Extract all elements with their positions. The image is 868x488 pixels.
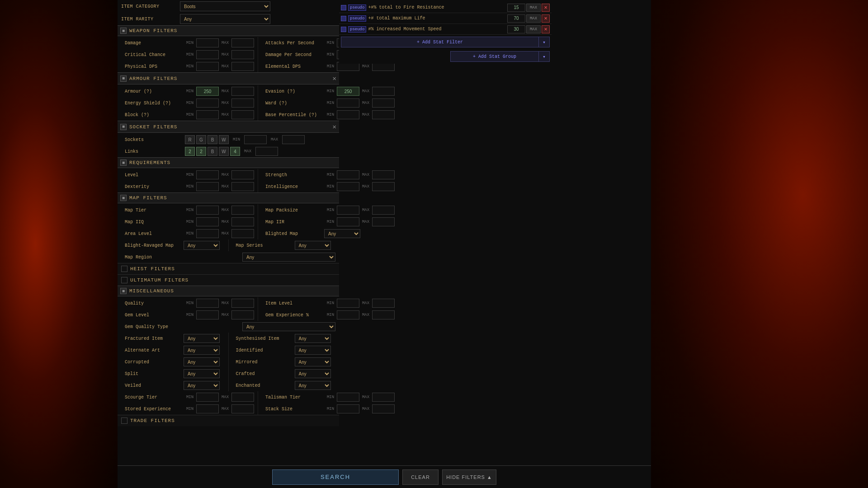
- enchanted-select[interactable]: Any: [295, 381, 331, 390]
- socket-filters-toggle[interactable]: ■: [120, 124, 127, 130]
- map-filters-toggle[interactable]: ■: [120, 195, 127, 201]
- damage-min[interactable]: [196, 38, 219, 47]
- iiq-min[interactable]: [196, 217, 219, 226]
- weapon-filters-toggle[interactable]: ■: [120, 28, 127, 34]
- gem-exp-max[interactable]: [372, 310, 395, 319]
- stat-max-btn-2[interactable]: MAX: [526, 14, 541, 23]
- gem-level-max[interactable]: [231, 310, 254, 319]
- phys-dps-max[interactable]: [231, 62, 254, 71]
- gem-quality-type-select[interactable]: Any: [242, 322, 335, 331]
- talisman-min[interactable]: [337, 393, 359, 402]
- add-group-dropdown-btn[interactable]: ▾: [539, 51, 550, 62]
- stat-max-btn-1[interactable]: MAX: [526, 4, 541, 12]
- search-button[interactable]: Search: [272, 469, 399, 485]
- int-min[interactable]: [337, 182, 359, 191]
- quality-max[interactable]: [231, 299, 254, 308]
- ultimatum-checkbox[interactable]: [121, 277, 127, 283]
- stat-val-3[interactable]: [507, 25, 525, 33]
- talisman-max[interactable]: [372, 393, 395, 402]
- scourge-min[interactable]: [196, 393, 219, 402]
- requirements-toggle[interactable]: ■: [120, 160, 127, 166]
- links-max[interactable]: [255, 147, 278, 156]
- trade-checkbox[interactable]: [121, 418, 127, 424]
- stored-exp-min[interactable]: [196, 404, 219, 413]
- dex-min[interactable]: [196, 182, 219, 191]
- strength-max[interactable]: [372, 170, 395, 179]
- link-4-btn[interactable]: 4: [230, 147, 240, 156]
- int-max[interactable]: [372, 182, 395, 191]
- phys-dps-min[interactable]: [196, 62, 219, 71]
- stat-close-btn-3[interactable]: ✕: [542, 25, 550, 33]
- stat-max-btn-3[interactable]: MAX: [526, 25, 541, 33]
- socket-close-btn[interactable]: ✕: [333, 123, 336, 131]
- stat-checkbox-3[interactable]: [341, 27, 346, 32]
- veiled-select[interactable]: Any: [184, 381, 220, 390]
- iir-min[interactable]: [337, 217, 359, 226]
- link-2a-btn[interactable]: 2: [185, 147, 195, 156]
- ward-max[interactable]: [372, 99, 395, 108]
- stat-val-1[interactable]: [507, 4, 525, 12]
- link-w-btn[interactable]: W: [219, 147, 229, 156]
- corrupted-select[interactable]: Any: [184, 357, 220, 366]
- map-series-select[interactable]: Any: [295, 241, 331, 250]
- strength-min[interactable]: [337, 170, 359, 179]
- misc-filters-toggle[interactable]: ■: [120, 288, 127, 294]
- stat-checkbox-1[interactable]: [341, 5, 346, 10]
- blighted-select[interactable]: Any: [324, 229, 360, 238]
- socket-w-btn[interactable]: W: [219, 135, 229, 144]
- block-max[interactable]: [231, 110, 254, 119]
- stack-size-max[interactable]: [372, 404, 395, 413]
- crit-max[interactable]: [231, 50, 254, 59]
- map-tier-min[interactable]: [196, 206, 219, 215]
- dex-max[interactable]: [231, 182, 254, 191]
- sockets-max[interactable]: [282, 135, 305, 144]
- damage-max[interactable]: [231, 38, 254, 47]
- crafted-select[interactable]: Any: [295, 369, 331, 378]
- gem-exp-min[interactable]: [337, 310, 359, 319]
- item-rarity-select[interactable]: Any: [180, 14, 270, 24]
- block-min[interactable]: [196, 110, 219, 119]
- socket-r-btn[interactable]: R: [185, 135, 195, 144]
- base-pct-min[interactable]: [337, 110, 359, 119]
- ilvl-min[interactable]: [337, 299, 359, 308]
- map-tier-max[interactable]: [231, 206, 254, 215]
- es-max[interactable]: [231, 99, 254, 108]
- level-max[interactable]: [231, 170, 254, 179]
- split-select[interactable]: Any: [184, 369, 220, 378]
- quality-min[interactable]: [196, 299, 219, 308]
- armour-max[interactable]: [231, 87, 254, 96]
- base-pct-max[interactable]: [372, 110, 395, 119]
- sockets-min[interactable]: [244, 135, 267, 144]
- armour-filters-toggle[interactable]: ■: [120, 75, 127, 82]
- add-stat-dropdown-btn[interactable]: ▾: [539, 37, 550, 47]
- stat-close-btn-1[interactable]: ✕: [542, 4, 550, 12]
- iir-max[interactable]: [372, 217, 395, 226]
- blight-ravaged-select[interactable]: Any: [184, 241, 220, 250]
- ward-min[interactable]: [337, 99, 359, 108]
- fractured-select[interactable]: Any: [184, 334, 220, 343]
- ilvl-max[interactable]: [372, 299, 395, 308]
- clear-button[interactable]: Clear: [402, 469, 439, 485]
- packsize-max[interactable]: [372, 206, 395, 215]
- hide-filters-button[interactable]: Hide Filters ▲: [442, 469, 496, 485]
- mirrored-select[interactable]: Any: [295, 357, 331, 366]
- evasion-max[interactable]: [372, 87, 395, 96]
- area-lvl-max[interactable]: [231, 229, 254, 238]
- es-min[interactable]: [196, 99, 219, 108]
- stat-checkbox-2[interactable]: [341, 16, 346, 21]
- stack-size-min[interactable]: [337, 404, 359, 413]
- scourge-max[interactable]: [231, 393, 254, 402]
- identified-select[interactable]: Any: [295, 346, 331, 355]
- link-2b-btn[interactable]: 2: [196, 147, 206, 156]
- evasion-min[interactable]: [337, 87, 359, 96]
- stat-close-btn-2[interactable]: ✕: [542, 14, 550, 23]
- area-lvl-min[interactable]: [196, 229, 219, 238]
- level-min[interactable]: [196, 170, 219, 179]
- stored-exp-max[interactable]: [231, 404, 254, 413]
- gem-level-min[interactable]: [196, 310, 219, 319]
- alt-art-select[interactable]: Any: [184, 346, 220, 355]
- armour-close-btn[interactable]: ✕: [333, 75, 336, 82]
- armour-min[interactable]: [196, 87, 219, 96]
- map-region-select[interactable]: Any: [242, 253, 335, 262]
- socket-b-btn[interactable]: B: [208, 135, 217, 144]
